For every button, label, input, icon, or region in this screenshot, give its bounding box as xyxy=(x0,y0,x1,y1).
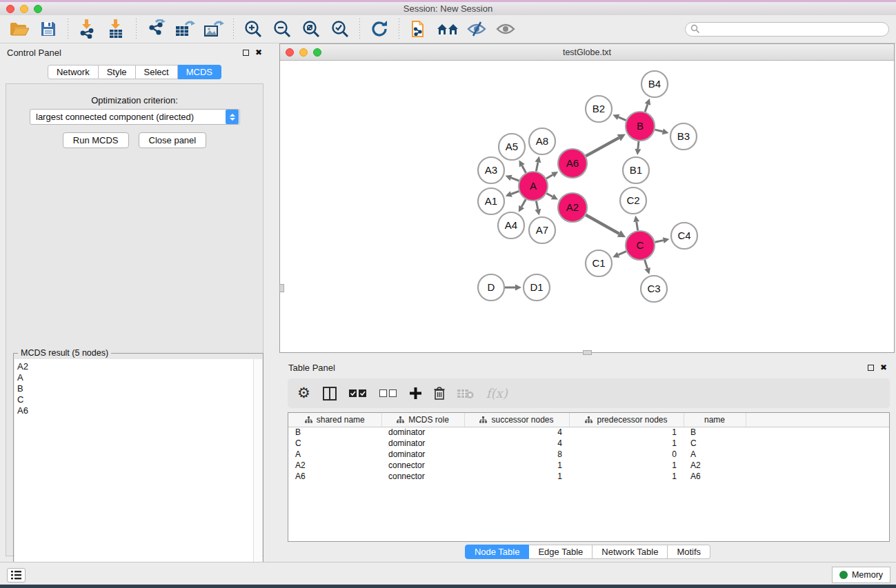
hide-eye-button[interactable] xyxy=(466,19,488,39)
delete-column-button[interactable] xyxy=(434,387,445,400)
table-cell[interactable]: 4 xyxy=(464,427,569,438)
import-network-button[interactable] xyxy=(77,19,99,39)
table-cell[interactable]: 0 xyxy=(569,449,684,460)
search-field[interactable] xyxy=(685,22,889,37)
search-input[interactable] xyxy=(700,24,888,34)
table-cell[interactable]: connector xyxy=(381,471,464,482)
edge-A-A6[interactable] xyxy=(546,175,552,179)
export-image-button[interactable] xyxy=(203,19,225,39)
mcds-result-list[interactable]: A2ABCA6 xyxy=(14,359,262,588)
table-cell[interactable]: A xyxy=(288,449,381,460)
edge-B-B3[interactable] xyxy=(655,130,662,132)
table-cell[interactable]: 1 xyxy=(569,460,684,471)
table-cell[interactable]: A2 xyxy=(288,460,381,471)
edge-A-A4[interactable] xyxy=(521,199,526,207)
tab-network[interactable]: Network xyxy=(48,65,99,79)
edge-C-C1[interactable] xyxy=(618,252,626,255)
result-list-scrollbar[interactable] xyxy=(253,359,262,588)
edge-A-A2[interactable] xyxy=(546,194,552,197)
edge-B-B1[interactable] xyxy=(638,141,639,149)
table-cell[interactable]: A6 xyxy=(684,471,746,482)
table-cell[interactable]: dominator xyxy=(381,427,464,438)
tab-motifs[interactable]: Motifs xyxy=(668,545,710,559)
result-item[interactable]: A6 xyxy=(17,405,262,416)
network-window-titlebar[interactable]: testGlobe.txt xyxy=(280,44,894,61)
tab-select[interactable]: Select xyxy=(136,65,178,79)
column-header-successor-nodes[interactable]: successor nodes xyxy=(464,413,569,427)
network-canvas[interactable]: B4B2BB3B1A5A8A6A3AA1A2A4A7C2C4CC1C3DD1 xyxy=(280,61,894,352)
close-panel-icon[interactable]: ✖ xyxy=(255,48,262,57)
edge-B-B2[interactable] xyxy=(619,117,626,121)
table-cell[interactable]: 1 xyxy=(569,438,684,449)
refresh-button[interactable] xyxy=(368,19,390,39)
table-cell[interactable]: A6 xyxy=(288,471,381,482)
table-row[interactable]: Bdominator41B xyxy=(288,427,889,438)
network-graph[interactable]: B4B2BB3B1A5A8A6A3AA1A2A4A7C2C4CC1C3DD1 xyxy=(280,61,894,352)
table-cell[interactable]: 1 xyxy=(569,427,684,438)
table-cell[interactable]: 4 xyxy=(464,438,569,449)
zoom-in-button[interactable] xyxy=(242,19,264,39)
memory-button[interactable]: Memory xyxy=(832,567,890,583)
edge-A-A5[interactable] xyxy=(522,165,526,172)
edge-C-C4[interactable] xyxy=(655,241,663,243)
edge-B-B4[interactable] xyxy=(645,104,648,112)
run-mcds-button[interactable]: Run MCDS xyxy=(63,132,129,148)
table-cell[interactable]: C xyxy=(684,438,746,449)
zoom-fit-button[interactable] xyxy=(300,19,322,39)
edge-A-A1[interactable] xyxy=(511,191,519,194)
table-cell[interactable]: 1 xyxy=(569,471,684,482)
home-button[interactable] xyxy=(437,19,459,39)
show-columns-button[interactable] xyxy=(323,387,337,401)
table-cell[interactable]: 1 xyxy=(464,471,569,482)
table-settings-button[interactable]: ⚙ xyxy=(297,386,310,401)
table-row[interactable]: A2connector11A2 xyxy=(288,460,889,471)
import-table-button[interactable] xyxy=(106,19,128,39)
select-all-button[interactable] xyxy=(349,389,367,398)
add-column-button[interactable] xyxy=(410,387,421,399)
deselect-all-button[interactable] xyxy=(379,389,397,398)
edge-A-A3[interactable] xyxy=(511,178,519,181)
splitter-handle-left[interactable] xyxy=(279,284,284,292)
export-table-button[interactable] xyxy=(174,19,196,39)
zoom-out-button[interactable] xyxy=(271,19,293,39)
table-row[interactable]: Cdominator41C xyxy=(288,438,889,449)
table-cell[interactable]: dominator xyxy=(381,449,464,460)
table-cell[interactable]: B xyxy=(684,427,746,438)
network-document-button[interactable] xyxy=(408,19,430,39)
edge-C-C2[interactable] xyxy=(637,222,638,231)
tab-node-table[interactable]: Node Table xyxy=(465,545,530,559)
float-table-panel-icon[interactable] xyxy=(868,365,874,371)
tab-style[interactable]: Style xyxy=(99,65,136,79)
close-panel-button[interactable]: Close panel xyxy=(139,132,207,148)
table-cell[interactable]: connector xyxy=(381,460,464,471)
edge-A6-B[interactable] xyxy=(586,138,619,156)
tab-mcds[interactable]: MCDS xyxy=(178,65,221,79)
delete-table-button[interactable] xyxy=(457,388,474,399)
table-cell[interactable]: 1 xyxy=(464,460,569,471)
tab-network-table[interactable]: Network Table xyxy=(593,545,668,559)
show-eye-button[interactable] xyxy=(495,19,517,39)
open-session-button[interactable] xyxy=(8,19,30,39)
table-row[interactable]: A6connector11A6 xyxy=(288,471,889,482)
result-item[interactable]: A xyxy=(17,372,262,383)
edge-A2-C[interactable] xyxy=(586,215,619,234)
criterion-select[interactable]: largest connected component (directed) xyxy=(30,109,240,125)
title-bar[interactable]: Session: New Session xyxy=(0,2,896,15)
export-network-button[interactable] xyxy=(145,19,167,39)
edge-A-A8[interactable] xyxy=(536,162,538,171)
column-header-name[interactable]: name xyxy=(684,413,746,427)
table-row[interactable]: Adominator80A xyxy=(288,449,889,460)
table-cell[interactable]: A xyxy=(684,449,746,460)
column-header-shared-name[interactable]: shared name xyxy=(288,413,381,427)
column-header-MCDS-role[interactable]: MCDS role xyxy=(381,413,464,427)
table-cell[interactable]: 8 xyxy=(464,449,569,460)
node-table[interactable]: shared nameMCDS rolesuccessor nodesprede… xyxy=(288,412,890,542)
table-cell[interactable]: A2 xyxy=(684,460,746,471)
task-history-button[interactable] xyxy=(7,568,26,582)
tab-edge-table[interactable]: Edge Table xyxy=(529,545,593,559)
save-session-button[interactable] xyxy=(37,19,59,39)
zoom-selected-button[interactable] xyxy=(329,19,351,39)
close-table-panel-icon[interactable]: ✖ xyxy=(880,363,887,372)
result-item[interactable]: A2 xyxy=(17,361,262,372)
edge-A-A7[interactable] xyxy=(536,201,537,210)
